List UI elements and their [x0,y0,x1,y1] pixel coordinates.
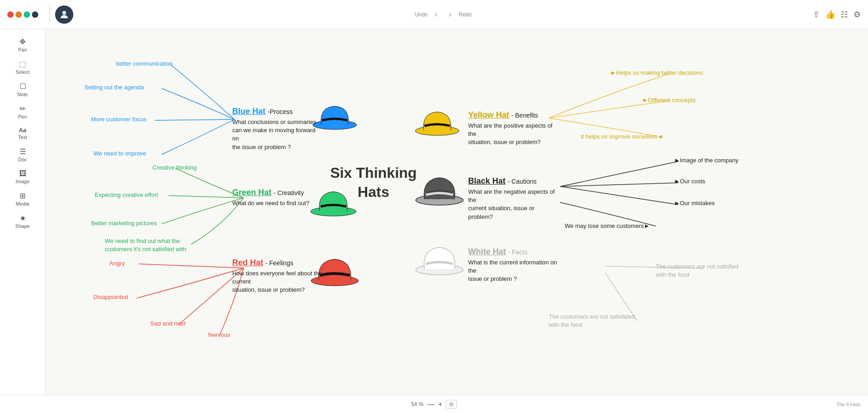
green-hat-subtitle: - Creativity [273,189,304,196]
svg-point-0 [62,11,66,15]
green-hat-image [310,186,357,218]
blue-hat-subtitle: -Process [267,108,292,115]
sidebar-item-pan[interactable]: ✥ Pan [5,35,41,55]
black-hat-desc: What are the negative aspects of thecurr… [468,188,559,221]
topbar-divider [49,6,50,23]
yellow-hat-title: Yellow Hat [468,110,509,119]
sidebar-item-media[interactable]: ⊞ Media [5,189,41,209]
white-hat-desc: What is the current information on theis… [468,258,559,284]
yellow-hat-subtitle: - Benefits [511,112,538,119]
black-hat-image [414,173,465,207]
yellow-hat-label: Yellow Hat - Benefits What are the posit… [468,110,559,147]
sidebar-item-image[interactable]: 🖼 Image [5,167,41,187]
avatar[interactable] [55,5,73,24]
zoom-reset-button[interactable]: ⊙ [446,400,457,409]
yellow-branch-1: ►Helps us making better decisions [610,69,703,76]
blue-hat-label: Blue Hat -Process What conclusions or su… [232,107,323,151]
topbar: Undo ‹ › Redo ⇧ 👍 ☷ ⚙ [0,0,868,29]
redo-button[interactable]: Redo [459,11,472,18]
green-branch-3: Better marketing pictures [91,220,157,227]
sidebar-label-pan: Pan [18,47,27,52]
white-hat-image [414,243,465,277]
toolbar-right: ⇧ 👍 ☷ ⚙ [813,10,861,20]
green-branch-2: Expecting creative effort [95,191,158,198]
forward-arrow[interactable]: › [445,8,455,21]
sidebar-item-shape[interactable]: ★ Shape [5,211,41,232]
blue-branch-3: More customer focus [91,116,146,123]
sidebar-label-image: Image [15,179,30,184]
canvas[interactable]: Six ThinkingHats Blue Hat -Process What … [46,29,868,395]
like-icon[interactable]: 👍 [825,10,835,20]
black-branch-3: ►Our mistakes [674,200,715,206]
zoom-out-button[interactable]: — [427,400,434,408]
sidebar-item-text[interactable]: Aa Text [5,124,41,143]
sidebar: ✥ Pan ⬚ Select ☐ Note ✏ Pen Aa Text ☰ Do… [0,29,46,413]
red-hat-label: Red Hat - Feelings How does everyone fee… [232,258,323,294]
red-branch-2: Disappointed [93,294,128,300]
green-hat-label: Green Hat - Creativity What do we need t… [232,188,309,207]
red-hat-subtitle: - Feelings [265,259,293,267]
sidebar-item-doc[interactable]: ☰ Doc [5,145,41,165]
red-hat-desc: How does everyone feel about the current… [232,269,323,294]
sidebar-label-select: Select [15,69,30,75]
logo-dot-red [7,11,14,18]
select-icon: ⬚ [19,60,26,68]
yellow-hat-desc: What are the positive aspects of thesitu… [468,122,559,147]
sidebar-label-note: Note [17,92,28,97]
black-hat-subtitle: - Cautions [508,178,537,185]
mindmap: Six ThinkingHats Blue Hat -Process What … [46,29,868,395]
sidebar-item-pen[interactable]: ✏ Pen [5,102,41,122]
undo-button[interactable]: Undo [414,11,428,18]
toolbar-center: Undo ‹ › Redo [73,8,813,21]
white-hat-label: White Hat - Facts What is the current in… [468,247,559,284]
note-icon: ☐ [20,82,26,91]
yellow-hat-image [414,106,460,138]
sidebar-item-select[interactable]: ⬚ Select [5,57,41,77]
blue-branch-4: We need to improve [93,150,146,157]
black-branch-4: We may lose some customers► [565,222,650,229]
settings-icon[interactable]: ⚙ [853,10,861,20]
red-branch-1: Angry [109,260,125,267]
logo-dot-orange [15,11,22,18]
logo-dot-dark [32,11,38,18]
white-hat-subtitle: - Facts [508,248,527,256]
white-hat-title: White Hat [468,247,506,256]
pan-icon: ✥ [20,37,26,46]
grid-icon[interactable]: ☷ [841,10,848,20]
pen-icon: ✏ [20,104,26,113]
yellow-branch-2: ►Different concepts [642,97,695,103]
red-hat-title: Red Hat [232,258,263,267]
green-hat-title: Green Hat [232,188,271,197]
green-hat-desc: What do we need to find out? [232,199,309,207]
blue-branch-2: Setting out the agenda [84,84,144,91]
logo-dots [7,11,38,18]
text-icon: Aa [19,127,26,134]
black-branch-1: ►Image of the company [674,157,739,164]
blue-hat-title: Blue Hat [232,107,266,116]
green-branch-4: We need to find out what thecustomers it… [105,237,186,253]
sidebar-label-text: Text [18,134,27,140]
white-branch-1: The customers are not satisfiedwith the … [656,263,738,279]
media-icon: ⊞ [20,191,26,200]
sidebar-item-note[interactable]: ☐ Note [5,79,41,100]
sidebar-label-pen: Pen [18,114,27,119]
share-icon[interactable]: ⇧ [813,10,820,20]
red-branch-3: Sad and mad [150,320,185,327]
sidebar-label-doc: Doc [18,157,27,162]
yellow-branch-3: It helps us improve ourselves◄ [581,133,663,140]
shape-icon: ★ [20,214,26,222]
bottombar: 54 % — + ⊙ The 6 Hats [0,395,868,413]
black-hat-title: Black Hat [468,176,505,186]
back-arrow[interactable]: ‹ [431,8,441,21]
sidebar-label-shape: Shape [15,223,30,229]
zoom-in-button[interactable]: + [438,400,442,408]
black-hat-label: Black Hat - Cautions What are the negati… [468,176,559,221]
black-branch-2: ►Our costs [674,178,705,185]
image-icon: 🖼 [19,170,26,178]
document-title: The 6 Hats [836,402,861,407]
white-branch-2: The customers are not satisfatedwith the… [549,313,631,329]
blue-branch-1: better communication [116,60,173,67]
doc-icon: ☰ [20,147,26,156]
logo-dot-teal [24,11,30,18]
red-branch-4: Nervous [208,331,230,338]
